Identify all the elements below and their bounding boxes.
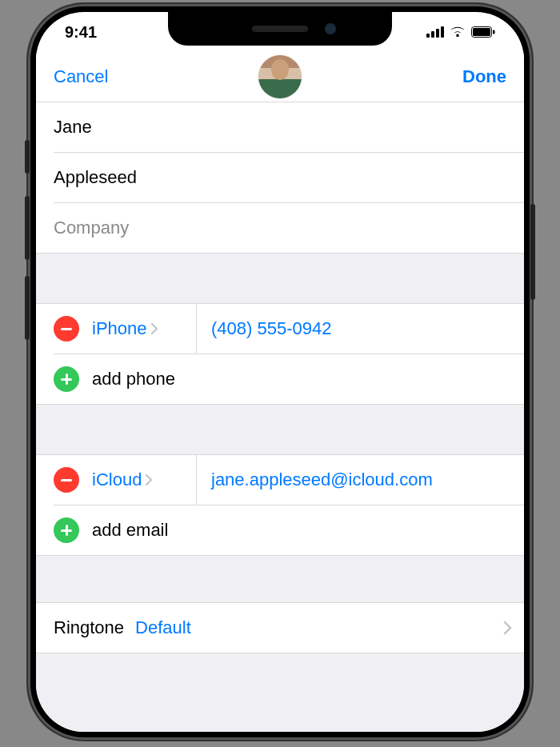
status-time: 9:41 xyxy=(65,23,97,42)
nav-bar: Cancel Done xyxy=(36,52,524,102)
section-gap xyxy=(36,254,524,303)
contact-avatar[interactable] xyxy=(258,55,302,98)
company-input[interactable] xyxy=(54,218,506,238)
chevron-right-icon xyxy=(150,322,158,335)
done-button[interactable]: Done xyxy=(462,66,506,87)
email-type-label: iCloud xyxy=(92,469,142,490)
phone-entry-row[interactable]: iPhone (408) 555-0942 xyxy=(36,304,524,354)
chevron-right-icon xyxy=(503,621,513,635)
add-email-label: add email xyxy=(92,520,168,541)
add-phone-label: add phone xyxy=(92,369,175,389)
ringtone-row[interactable]: Ringtone Default xyxy=(36,603,524,653)
remove-phone-button[interactable] xyxy=(54,316,79,342)
add-phone-row[interactable]: add phone xyxy=(36,354,524,404)
front-camera xyxy=(325,23,336,34)
last-name-field[interactable] xyxy=(36,153,524,202)
email-entry-row[interactable]: iCloud jane.appleseed@icloud.com xyxy=(36,455,524,505)
ringtone-label: Ringtone xyxy=(54,617,124,638)
speaker-grille xyxy=(252,26,308,32)
phone-type-label: iPhone xyxy=(92,318,147,339)
first-name-input[interactable] xyxy=(54,117,506,138)
add-email-button[interactable] xyxy=(54,517,79,543)
side-button-silent xyxy=(25,140,30,174)
last-name-input[interactable] xyxy=(54,167,506,188)
section-gap xyxy=(36,405,524,454)
cancel-button[interactable]: Cancel xyxy=(54,66,108,87)
notch xyxy=(168,12,392,46)
battery-icon xyxy=(471,26,495,38)
side-button-volume-up xyxy=(25,196,30,260)
add-email-row[interactable]: add email xyxy=(36,505,524,555)
add-phone-button[interactable] xyxy=(54,366,79,392)
section-gap xyxy=(36,653,524,732)
phone-number-value[interactable]: (408) 555-0942 xyxy=(197,318,524,339)
chevron-right-icon xyxy=(145,473,153,486)
section-gap xyxy=(36,556,524,602)
phone-type-selector[interactable]: iPhone xyxy=(92,304,196,354)
email-address-value[interactable]: jane.appleseed@icloud.com xyxy=(197,469,524,490)
side-button-power xyxy=(530,204,535,300)
screen: 9:41 Cancel Done xyxy=(36,12,524,732)
side-button-volume-down xyxy=(25,276,30,340)
svg-rect-2 xyxy=(493,30,495,34)
phone-device-frame: 9:41 Cancel Done xyxy=(28,4,532,740)
email-type-selector[interactable]: iCloud xyxy=(92,455,196,505)
wifi-icon xyxy=(450,26,466,38)
svg-rect-1 xyxy=(473,28,490,36)
cellular-signal-icon xyxy=(426,26,444,38)
first-name-field[interactable] xyxy=(36,102,524,152)
ringtone-value: Default xyxy=(135,617,503,638)
status-right xyxy=(426,26,495,38)
company-field[interactable] xyxy=(36,203,524,253)
remove-email-button[interactable] xyxy=(54,467,79,493)
